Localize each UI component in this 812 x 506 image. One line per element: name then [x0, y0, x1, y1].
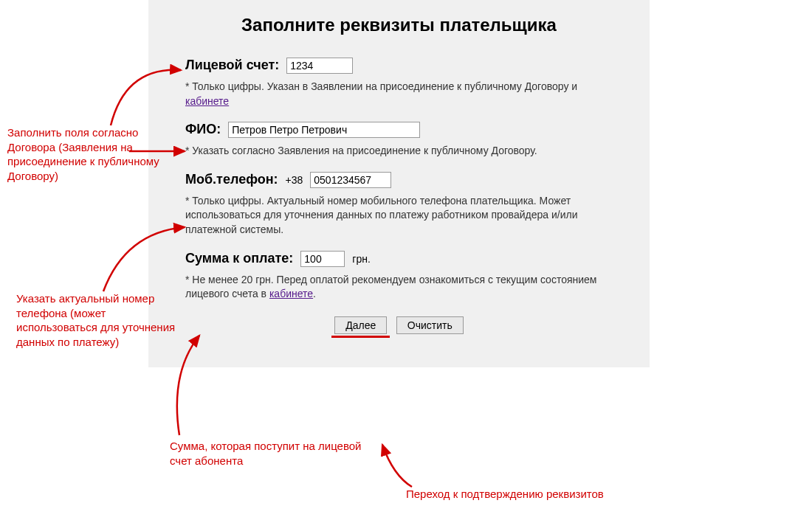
- amount-label: Сумма к оплате:: [185, 251, 293, 266]
- amount-hint-before: * Не менее 20 грн. Перед оплатой рекомен…: [185, 274, 596, 300]
- phone-hint: * Только цифры. Актуальный номер мобильн…: [185, 194, 613, 238]
- account-hint: * Только цифры. Указан в Заявлении на пр…: [185, 80, 613, 108]
- annotation-next: Переход к подтверждению реквизитов: [406, 487, 604, 502]
- account-hint-link[interactable]: кабинете: [185, 95, 229, 107]
- account-label: Лицевой счет:: [185, 58, 279, 73]
- next-button-highlight: Далее: [331, 316, 390, 338]
- fio-hint: * Указать согласно Заявления на присоеди…: [185, 144, 613, 159]
- arrow-to-next-icon: [368, 439, 427, 491]
- account-hint-text: * Только цифры. Указан в Заявлении на пр…: [185, 80, 577, 92]
- amount-unit: грн.: [352, 253, 371, 265]
- next-button[interactable]: Далее: [334, 316, 387, 334]
- amount-input[interactable]: [300, 251, 345, 267]
- fio-input[interactable]: [228, 122, 420, 138]
- annotation-amount: Сумма, которая поступит на лицевой счет …: [170, 439, 362, 468]
- amount-field-block: Сумма к оплате: грн. * Не менее 20 грн. …: [185, 251, 613, 302]
- amount-hint: * Не менее 20 грн. Перед оплатой рекомен…: [185, 273, 613, 302]
- amount-hint-link[interactable]: кабинете: [269, 288, 313, 299]
- amount-hint-after: .: [313, 288, 316, 299]
- fio-field-block: ФИО: * Указать согласно Заявления на при…: [185, 122, 613, 159]
- account-field-block: Лицевой счет: * Только цифры. Указан в З…: [185, 58, 613, 108]
- fio-label: ФИО:: [185, 122, 221, 137]
- payer-form-panel: Заполните реквизиты плательщика Лицевой …: [148, 0, 650, 367]
- annotation-fill-fields: Заполнить поля согласно Договора (Заявле…: [7, 125, 170, 183]
- account-input[interactable]: [286, 58, 353, 74]
- phone-input[interactable]: [310, 172, 391, 188]
- phone-prefix: +38: [286, 174, 303, 186]
- phone-label: Моб.телефон:: [185, 172, 278, 187]
- phone-field-block: Моб.телефон: +38 * Только цифры. Актуаль…: [185, 172, 613, 238]
- annotation-phone: Указать актуальный номер телефона (может…: [16, 291, 179, 349]
- buttons-row: Далее Очистить: [185, 316, 613, 338]
- clear-button[interactable]: Очистить: [396, 316, 464, 334]
- page-title: Заполните реквизиты плательщика: [185, 15, 613, 35]
